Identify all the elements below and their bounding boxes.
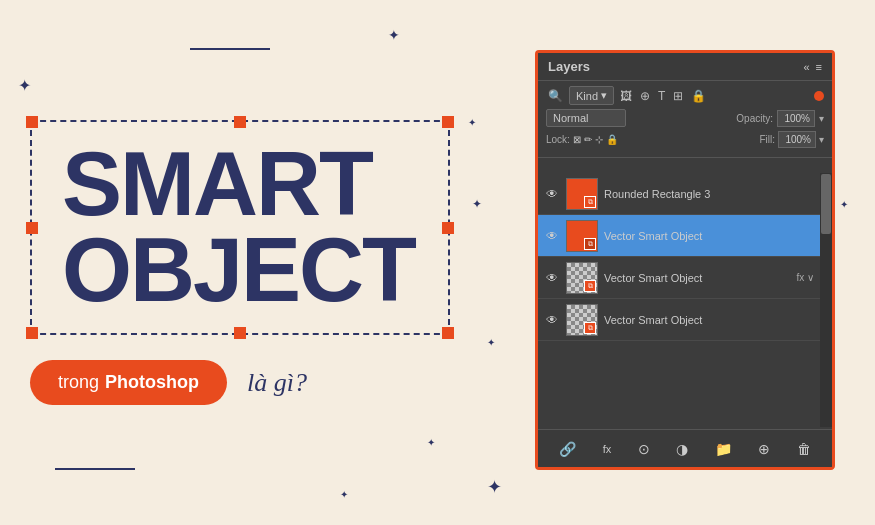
photoshop-button[interactable]: trong Photoshop xyxy=(30,360,227,405)
layer-name-3: Vector Smart Object xyxy=(604,314,814,326)
footer-new-icon[interactable]: ⊕ xyxy=(758,441,770,457)
handle-tm xyxy=(234,116,246,128)
handle-br xyxy=(442,327,454,339)
filter-smart-icon[interactable]: 🔒 xyxy=(689,87,708,105)
handle-bm xyxy=(234,327,246,339)
layer-thumb-3: ⧉ xyxy=(566,304,598,336)
opacity-label: Opacity: xyxy=(736,113,773,124)
panel-header: Layers « ≡ xyxy=(538,53,832,81)
layer-item-0[interactable]: 👁 ⧉ Rounded Rectangle 3 xyxy=(538,173,820,215)
lock-icon-3[interactable]: ⊹ xyxy=(595,134,603,145)
panel-outer: Layers « ≡ 🔍 Kind ▾ 🖼 ⊕ T ⊞ 🔒 xyxy=(535,50,835,470)
toolbar-row-1: 🔍 Kind ▾ 🖼 ⊕ T ⊞ 🔒 xyxy=(546,86,824,105)
dropdown-arrow: ▾ xyxy=(601,89,607,102)
kind-label: Kind xyxy=(576,90,598,102)
handle-mr xyxy=(442,222,454,234)
filter-shape-icon[interactable]: ⊞ xyxy=(671,87,685,105)
search-icon: 🔍 xyxy=(546,87,565,105)
mode-dropdown[interactable]: Normal xyxy=(546,109,626,127)
smart-badge-2: ⧉ xyxy=(588,282,593,290)
opacity-value[interactable]: 100% xyxy=(777,110,815,127)
filter-type-icon[interactable]: T xyxy=(656,87,667,105)
layer-eye-0[interactable]: 👁 xyxy=(544,187,560,201)
selection-box: SMART OBJECT xyxy=(30,120,450,335)
toolbar-row-2: Normal Opacity: 100% ▾ xyxy=(546,109,824,127)
filter-adjust-icon[interactable]: ⊕ xyxy=(638,87,652,105)
panel-menu-btn[interactable]: ≡ xyxy=(816,61,822,73)
layer-thumb-2: ⧉ xyxy=(566,262,598,294)
fill-value[interactable]: 100% xyxy=(778,131,816,148)
footer-mask-icon[interactable]: ⊙ xyxy=(638,441,650,457)
main-title-line2: OBJECT xyxy=(62,228,418,314)
layers-scrollbar[interactable] xyxy=(820,173,832,427)
fill-arrow: ▾ xyxy=(819,134,824,145)
mode-label: Normal xyxy=(553,112,588,124)
layer-eye-2[interactable]: 👁 xyxy=(544,271,560,285)
la-gi-text: là gì? xyxy=(247,368,307,398)
opacity-arrow: ▾ xyxy=(819,113,824,124)
handle-tr xyxy=(442,116,454,128)
panel-collapse-btn[interactable]: « xyxy=(803,61,809,73)
fill-label: Fill: xyxy=(759,134,775,145)
panel-toolbar: 🔍 Kind ▾ 🖼 ⊕ T ⊞ 🔒 Normal Opacity: 100% … xyxy=(538,81,832,158)
kind-dropdown[interactable]: Kind ▾ xyxy=(569,86,614,105)
lock-icon-2[interactable]: ✏ xyxy=(584,134,592,145)
toolbar-row-3: Lock: ⊠ ✏ ⊹ 🔒 Fill: 100% ▾ xyxy=(546,131,824,148)
smart-badge-3: ⧉ xyxy=(588,324,593,332)
layer-name-1: Vector Smart Object xyxy=(604,230,814,242)
layer-eye-3[interactable]: 👁 xyxy=(544,313,560,327)
footer-adjust-icon[interactable]: ◑ xyxy=(676,441,688,457)
filter-dot xyxy=(814,91,824,101)
btn-photoshop-text: Photoshop xyxy=(105,372,199,393)
layer-thumb-0: ⧉ xyxy=(566,178,598,210)
filter-image-icon[interactable]: 🖼 xyxy=(618,87,634,105)
layers-panel: Layers « ≡ 🔍 Kind ▾ 🖼 ⊕ T ⊞ 🔒 xyxy=(535,50,835,470)
layer-thumb-1: ⧉ xyxy=(566,220,598,252)
lock-icon-1[interactable]: ⊠ xyxy=(573,134,581,145)
lock-label: Lock: xyxy=(546,134,570,145)
layer-item-3[interactable]: 👁 ⧉ Vector Smart Object xyxy=(538,299,820,341)
footer-fx-icon[interactable]: fx xyxy=(603,443,612,455)
layer-item-1[interactable]: 👁 ⧉ Vector Smart Object xyxy=(538,215,820,257)
panel-footer: 🔗 fx ⊙ ◑ 📁 ⊕ 🗑 xyxy=(538,429,832,467)
panel-title: Layers xyxy=(548,59,590,74)
handle-bl xyxy=(26,327,38,339)
layer-item-2[interactable]: 👁 ⧉ Vector Smart Object fx ∨ xyxy=(538,257,820,299)
panel-controls: « ≡ xyxy=(803,61,822,73)
scroll-thumb[interactable] xyxy=(821,174,831,234)
layers-list: 👁 ⧉ Rounded Rectangle 3 👁 ⧉ Vector Smart… xyxy=(538,173,820,429)
smart-badge-1: ⧉ xyxy=(588,240,593,248)
left-section: SMART OBJECT trong Photoshop là gì? xyxy=(30,0,490,525)
layer-eye-1[interactable]: 👁 xyxy=(544,229,560,243)
handle-ml xyxy=(26,222,38,234)
lock-icon-4[interactable]: 🔒 xyxy=(606,134,618,145)
btn-trong-text: trong xyxy=(58,372,99,393)
layer-name-2: Vector Smart Object xyxy=(604,272,790,284)
bottom-row: trong Photoshop là gì? xyxy=(30,360,307,405)
handle-tl xyxy=(26,116,38,128)
star-icon-9: ✦ xyxy=(840,200,848,210)
smart-badge-0: ⧉ xyxy=(588,198,593,206)
layer-name-0: Rounded Rectangle 3 xyxy=(604,188,814,200)
footer-link-icon[interactable]: 🔗 xyxy=(559,441,576,457)
footer-folder-icon[interactable]: 📁 xyxy=(715,441,732,457)
footer-trash-icon[interactable]: 🗑 xyxy=(797,441,811,457)
main-title-line1: SMART xyxy=(62,142,418,228)
layer-fx-badge-2: fx ∨ xyxy=(796,272,814,283)
